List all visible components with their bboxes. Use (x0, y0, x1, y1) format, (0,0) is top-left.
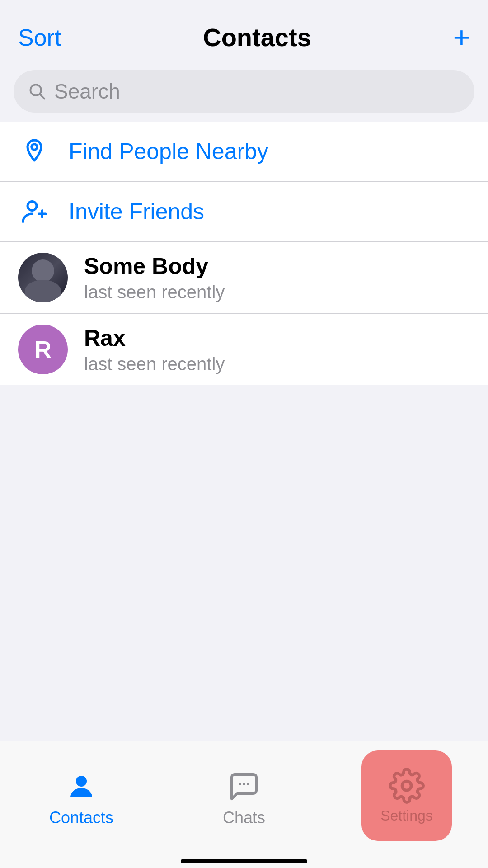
search-bar[interactable] (14, 70, 474, 113)
chats-tab-label: Chats (223, 808, 265, 827)
tab-settings[interactable]: Settings (325, 750, 488, 845)
tab-bar: Contacts Chats Settings (0, 741, 488, 868)
svg-line-1 (40, 94, 44, 99)
contact-name-rax: Rax (84, 325, 225, 351)
tab-contacts[interactable]: Contacts (0, 769, 163, 827)
content-area: Find People Nearby Invite Friends Some B… (0, 122, 488, 385)
contact-somebody[interactable]: Some Body last seen recently (0, 242, 488, 313)
svg-point-2 (32, 144, 38, 150)
home-indicator (181, 859, 307, 863)
svg-point-10 (402, 781, 411, 790)
page-title: Contacts (203, 23, 311, 52)
location-pin-icon (18, 135, 51, 168)
add-person-icon (18, 195, 51, 228)
settings-overlay[interactable]: Settings (361, 750, 452, 841)
find-people-nearby-button[interactable]: Find People Nearby (0, 122, 488, 181)
settings-tab-label: Settings (380, 807, 433, 824)
search-icon (27, 81, 47, 101)
add-contact-button[interactable]: + (453, 23, 470, 52)
sort-button[interactable]: Sort (18, 24, 61, 51)
chats-tab-icon (226, 769, 262, 805)
contact-status-rax: last seen recently (84, 354, 225, 374)
svg-point-3 (28, 202, 37, 211)
avatar-rax-initial: R (34, 336, 52, 363)
svg-point-6 (76, 776, 87, 787)
find-people-nearby-label: Find People Nearby (69, 138, 268, 165)
svg-point-9 (247, 783, 249, 785)
contacts-tab-icon (63, 769, 99, 805)
invite-friends-button[interactable]: Invite Friends (0, 182, 488, 241)
contacts-tab-label: Contacts (49, 808, 113, 827)
svg-point-8 (243, 783, 245, 785)
header: Sort Contacts + (0, 0, 488, 66)
invite-friends-label: Invite Friends (69, 198, 204, 225)
avatar-rax: R (18, 325, 68, 374)
contact-info-somebody: Some Body last seen recently (84, 253, 225, 302)
contact-name-somebody: Some Body (84, 253, 225, 279)
search-container (0, 66, 488, 122)
avatar-somebody (18, 253, 68, 302)
contact-status-somebody: last seen recently (84, 282, 225, 302)
tab-chats[interactable]: Chats (163, 769, 325, 827)
search-input[interactable] (54, 79, 461, 104)
contact-rax[interactable]: R Rax last seen recently (0, 314, 488, 385)
contact-info-rax: Rax last seen recently (84, 325, 225, 374)
svg-point-7 (239, 783, 241, 785)
